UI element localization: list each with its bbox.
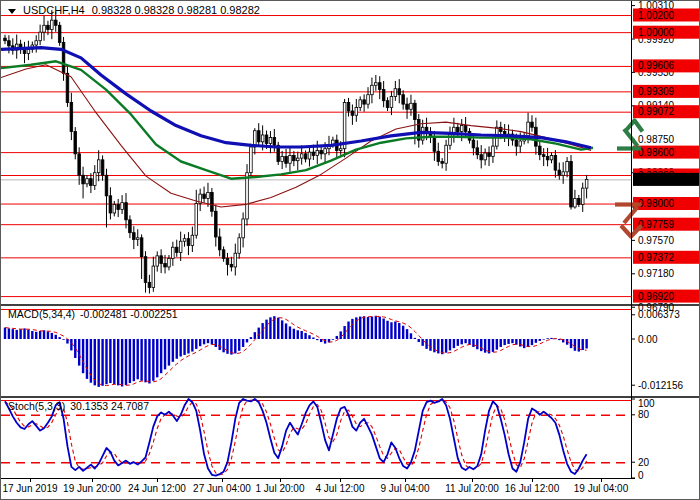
svg-text:0: 0 xyxy=(638,470,644,481)
macd-histogram xyxy=(4,316,588,387)
moving-average-blue xyxy=(1,48,591,148)
svg-text:19 Jun 20:00: 19 Jun 20:00 xyxy=(63,483,121,494)
svg-text:0.97180: 0.97180 xyxy=(638,268,675,279)
svg-text:20: 20 xyxy=(638,457,650,468)
macd-name: MACD(5,34,4) xyxy=(8,308,75,320)
svg-text:0.97570: 0.97570 xyxy=(638,235,675,246)
svg-text:0.99072: 0.99072 xyxy=(638,106,675,117)
stoch-scale[interactable]: 10080200 xyxy=(631,398,655,481)
svg-text:11 Jul 20:00: 11 Jul 20:00 xyxy=(445,483,499,494)
svg-text:0.99606: 0.99606 xyxy=(638,60,675,71)
macd-indicator-label: MACD(5,34,4)-0.002481 -0.002251 xyxy=(8,308,178,320)
svg-text:0.98600: 0.98600 xyxy=(638,147,675,158)
chart-ohlc-values: 0.98328 0.98328 0.98281 0.98282 xyxy=(92,4,260,16)
chart-dropdown-icon[interactable] xyxy=(8,9,16,14)
svg-text:0.99309: 0.99309 xyxy=(638,86,675,97)
svg-text:24 Jun 12:00: 24 Jun 12:00 xyxy=(128,483,186,494)
svg-text:80: 80 xyxy=(638,409,650,420)
svg-text:0.97372: 0.97372 xyxy=(638,252,675,263)
svg-text:0.98000: 0.98000 xyxy=(638,198,675,209)
svg-text:4 Jul 12:00: 4 Jul 12:00 xyxy=(316,483,365,494)
svg-text:0.96920: 0.96920 xyxy=(638,291,675,302)
svg-text:-0.012156: -0.012156 xyxy=(638,380,683,391)
svg-text:1 Jul 20:00: 1 Jul 20:00 xyxy=(256,483,305,494)
candlesticks xyxy=(4,10,588,294)
svg-text:27 Jun 04:00: 27 Jun 04:00 xyxy=(193,483,251,494)
svg-text:16 Jul 12:00: 16 Jul 12:00 xyxy=(505,483,560,494)
macd-scale[interactable]: 0.0063730.00-0.012156 xyxy=(631,309,683,390)
chart-symbol-label: USDCHF,H4 xyxy=(23,4,85,16)
chart-canvas[interactable]: 1.003100.999200.995300.991400.987500.983… xyxy=(1,1,700,500)
support-resistance-lines xyxy=(1,16,631,297)
svg-text:1.00200: 1.00200 xyxy=(638,10,675,21)
svg-text:0.98282: 0.98282 xyxy=(638,174,675,185)
stoch-values: 30.1353 24.7087 xyxy=(70,400,149,412)
svg-text:19 Jul 04:00: 19 Jul 04:00 xyxy=(574,483,629,494)
svg-text:0.97759: 0.97759 xyxy=(638,219,675,230)
chart-window: 1.003100.999200.995300.991400.987500.983… xyxy=(0,0,700,500)
stoch-indicator-label: Stoch(5,3,3)30.1353 24.7087 xyxy=(8,400,149,412)
svg-text:100: 100 xyxy=(638,398,655,409)
svg-text:0.006373: 0.006373 xyxy=(638,309,680,320)
svg-text:0.00: 0.00 xyxy=(638,334,658,345)
macd-values: -0.002481 -0.002251 xyxy=(80,308,178,320)
svg-text:1.00000: 1.00000 xyxy=(638,27,675,38)
macd-signal-line xyxy=(5,316,587,385)
price-level-labels: 1.002001.000000.996060.993090.990720.986… xyxy=(633,9,699,303)
svg-text:9 Jul 04:00: 9 Jul 04:00 xyxy=(381,483,430,494)
chart-title-bar: USDCHF,H4 0.98328 0.98328 0.98281 0.9828… xyxy=(8,4,260,16)
stoch-name: Stoch(5,3,3) xyxy=(8,400,65,412)
svg-text:0.98750: 0.98750 xyxy=(638,134,675,145)
time-axis[interactable]: 17 Jun 201919 Jun 20:0024 Jun 12:0027 Ju… xyxy=(1,478,635,494)
svg-text:17 Jun 2019: 17 Jun 2019 xyxy=(2,483,57,494)
